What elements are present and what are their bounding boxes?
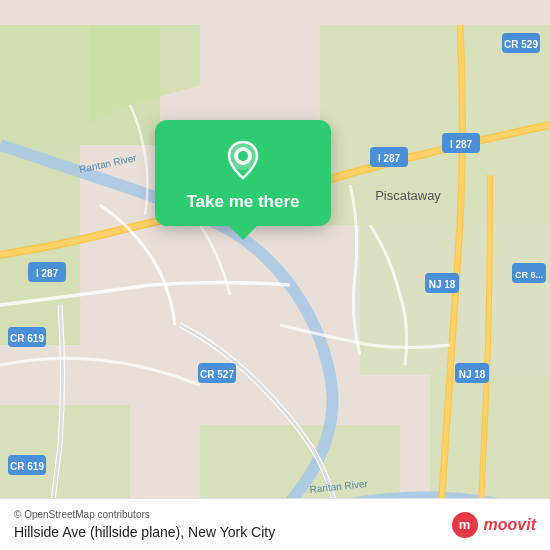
road-label-nj18-lower: NJ 18	[459, 369, 486, 380]
moovit-brand: moovit	[484, 516, 536, 534]
bottom-left: © OpenStreetMap contributors Hillside Av…	[14, 509, 275, 540]
road-label-i287-right: I 287	[378, 153, 401, 164]
osm-credit: © OpenStreetMap contributors	[14, 509, 275, 520]
road-label-i287-far-right: I 287	[450, 139, 473, 150]
svg-point-20	[238, 151, 248, 161]
road-label-cr60: CR 6...	[515, 270, 543, 280]
road-label-cr527: CR 527	[200, 369, 234, 380]
map-container: I 287 I 287 I 287 NJ 18 NJ 18 CR 527 CR …	[0, 0, 550, 550]
bottom-bar: © OpenStreetMap contributors Hillside Av…	[0, 498, 550, 550]
road-label-cr619-upper: CR 619	[10, 333, 44, 344]
road-label-cr619-lower: CR 619	[10, 461, 44, 472]
road-label-i287-left: I 287	[36, 268, 59, 279]
map-svg: I 287 I 287 I 287 NJ 18 NJ 18 CR 527 CR …	[0, 0, 550, 550]
road-label-nj18-upper: NJ 18	[429, 279, 456, 290]
popup-label: Take me there	[186, 192, 299, 212]
river-label-top: Rantan River	[78, 152, 138, 175]
location-pin-icon	[221, 138, 265, 182]
popup[interactable]: Take me there	[155, 120, 331, 226]
moovit-logo: m moovit	[452, 512, 536, 538]
city-label-piscataway: Piscataway	[375, 188, 441, 203]
location-name: Hillside Ave (hillside plane), New York …	[14, 524, 275, 540]
road-label-cr529: CR 529	[504, 39, 538, 50]
moovit-icon: m	[452, 512, 478, 538]
